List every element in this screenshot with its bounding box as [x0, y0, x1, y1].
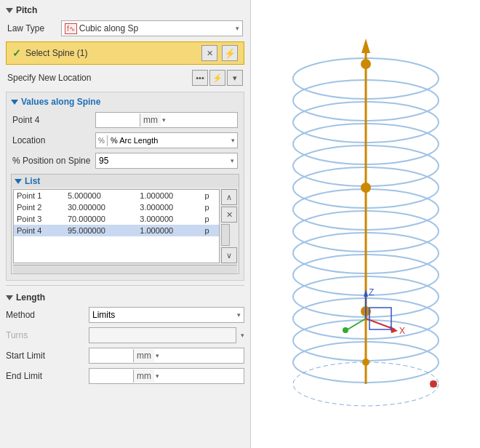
point-unit: mm [140, 113, 161, 127]
position-row: % Position on Spine 95 ▾ [9, 151, 241, 171]
values-collapse-icon[interactable] [11, 100, 18, 105]
start-unit: mm [133, 349, 154, 362]
location-value: % Arc Length [108, 135, 229, 146]
pitch-title: Pitch [16, 5, 37, 15]
end-unit-arrow-icon[interactable]: ▾ [154, 371, 161, 381]
length-collapse-icon[interactable] [6, 295, 13, 300]
right-panel: Z X [251, 0, 480, 448]
list-item[interactable]: Point 370.0000003.000000p [14, 213, 219, 225]
pitch-header: Pitch [3, 3, 247, 17]
values-along-spine-section: Values along Spine Point 4 1 mm ▾ Locati… [6, 92, 244, 281]
list-up-button[interactable]: ∧ [221, 189, 237, 205]
svg-point-20 [362, 359, 369, 366]
specify-arrow-button[interactable]: ▾ [227, 70, 243, 86]
helix-visualization: Z X [268, 6, 464, 442]
list-side-buttons: ∧ ✕ ∨ [221, 189, 237, 263]
position-label: % Position on Spine [12, 156, 92, 166]
law-type-arrow-icon: ▾ [236, 25, 239, 32]
svg-point-17 [361, 59, 371, 69]
end-limit-input[interactable]: 30 [89, 369, 133, 383]
law-type-label: Law Type [7, 23, 58, 33]
end-limit-label: End Limit [6, 371, 86, 381]
length-title: Length [16, 292, 45, 303]
select-spine-bar: ✓ Select Spine (1) ✕ ⚡ [6, 41, 244, 65]
end-limit-input-group: 30 mm ▾ [89, 368, 244, 384]
turns-input-group: 14.5 [89, 327, 236, 343]
point-input-group: 1 mm ▾ [95, 112, 238, 128]
position-arrow-icon: ▾ [231, 157, 234, 164]
list-item[interactable]: Point 230.0000003.000000p [14, 201, 219, 213]
values-label: Values along Spine [21, 97, 100, 107]
specify-lightning-button[interactable]: ⚡ [209, 70, 225, 86]
svg-point-29 [343, 327, 348, 333]
law-type-value: Cubic along Sp [79, 23, 138, 33]
specify-row: Specify New Location ••• ⚡ ▾ [3, 67, 247, 89]
law-icon: f∿ [65, 23, 77, 34]
end-limit-row: End Limit 30 mm ▾ [3, 366, 247, 386]
location-dropdown[interactable]: % % Arc Length ▾ [95, 132, 238, 148]
point-row: Point 4 1 mm ▾ [9, 110, 241, 130]
select-spine-text: Select Spine (1) [25, 48, 197, 58]
method-arrow-icon: ▾ [237, 311, 241, 319]
percent-icon: % [96, 135, 108, 146]
list-down-button[interactable]: ∨ [221, 247, 237, 263]
list-hscrollbar[interactable] [13, 265, 237, 273]
pitch-collapse-icon[interactable] [6, 8, 13, 13]
method-row: Method Limits ▾ [3, 305, 247, 325]
start-limit-row: Start Limit 0 mm ▾ [3, 345, 247, 366]
spine-lightning-button[interactable]: ⚡ [222, 45, 238, 61]
start-limit-input[interactable]: 0 [89, 349, 133, 362]
start-limit-input-group: 0 mm ▾ [89, 348, 244, 364]
spine-x-button[interactable]: ✕ [201, 45, 217, 61]
list-collapse-icon[interactable] [15, 179, 22, 184]
end-unit: mm [133, 369, 154, 383]
turns-arrow-icon[interactable]: ▾ [241, 332, 244, 339]
checkmark-icon: ✓ [12, 47, 21, 59]
turns-label: Turns [6, 330, 86, 340]
list-delete-button[interactable]: ✕ [221, 207, 237, 223]
specify-label: Specify New Location [7, 73, 91, 83]
specify-buttons: ••• ⚡ ▾ [192, 70, 243, 86]
svg-text:X: X [399, 326, 405, 336]
length-section: Length Method Limits ▾ Turns 14.5 ▾ Star… [3, 290, 247, 386]
left-panel: Pitch Law Type f∿ Cubic along Sp ▾ ✓ Sel… [0, 0, 251, 448]
list-table[interactable]: Point 15.0000001.000000pPoint 230.000000… [13, 189, 220, 263]
method-dropdown[interactable]: Limits ▾ [89, 307, 244, 323]
separator [6, 285, 244, 286]
start-limit-label: Start Limit [6, 351, 86, 361]
length-header: Length [3, 290, 247, 305]
law-type-dropdown[interactable]: f∿ Cubic along Sp ▾ [61, 20, 243, 36]
start-unit-arrow-icon[interactable]: ▾ [154, 351, 161, 361]
list-section: List Point 15.0000001.000000pPoint 230.0… [11, 174, 239, 274]
location-row: Location % % Arc Length ▾ [9, 130, 241, 151]
position-dropdown[interactable]: 95 ▾ [95, 153, 238, 169]
law-type-row: Law Type f∿ Cubic along Sp ▾ [3, 17, 247, 39]
point-value-input[interactable]: 1 [96, 113, 140, 127]
turns-row: Turns 14.5 ▾ [3, 325, 247, 345]
method-label: Method [6, 310, 86, 320]
law-type-icon-group: f∿ Cubic along Sp [65, 23, 138, 34]
point-unit-arrow-icon[interactable]: ▾ [161, 115, 167, 125]
list-scrollbar[interactable] [221, 224, 230, 246]
svg-text:Z: Z [369, 287, 374, 297]
method-value: Limits [92, 310, 115, 320]
values-along-spine-header: Values along Spine [9, 95, 241, 110]
list-table-container: Point 15.0000001.000000pPoint 230.000000… [12, 188, 239, 265]
position-value: 95 [99, 156, 108, 166]
svg-point-18 [361, 183, 371, 193]
list-data-table: Point 15.0000001.000000pPoint 230.000000… [14, 190, 219, 236]
list-label: List [25, 176, 40, 186]
list-item[interactable]: Point 15.0000001.000000p [14, 190, 219, 201]
list-header: List [12, 175, 239, 188]
location-label: Location [12, 135, 92, 145]
location-arrow-icon: ▾ [229, 135, 237, 145]
list-item[interactable]: Point 495.0000001.000000p [14, 225, 219, 236]
turns-value-input[interactable]: 14.5 [89, 329, 133, 342]
specify-dots-button[interactable]: ••• [192, 70, 208, 86]
point-label: Point 4 [12, 115, 92, 125]
